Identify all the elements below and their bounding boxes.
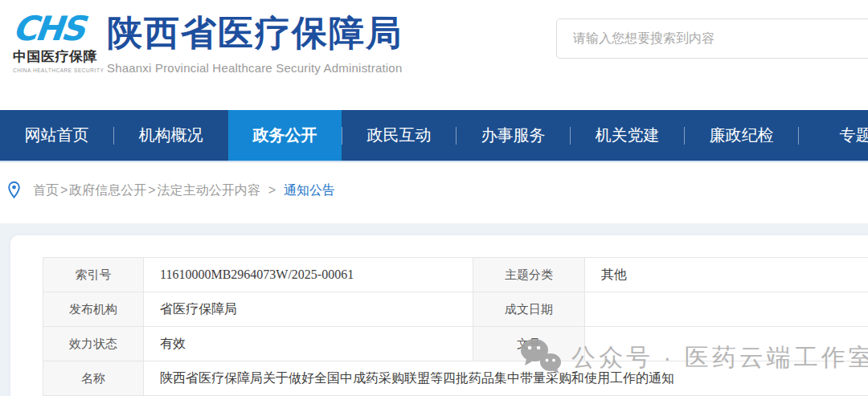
main-nav: 网站首页 机构概况 政务公开 政民互动 办事服务 机关党建 廉政纪检 专题 [0,110,868,162]
validity-status-label: 效力状态 [43,327,144,361]
breadcrumb-gov-info[interactable]: 政府信息公开 [69,182,146,199]
breadcrumb-separator: > [60,183,68,198]
site-title-chinese: 陕西省医疗保障局 [107,10,403,57]
document-meta-table: 索引号 11610000MB2964073W/2025-00061 主题分类 其… [43,257,868,396]
nav-item-discipline[interactable]: 廉政纪检 [685,110,798,161]
chs-logo-acronym: CHS [11,13,103,45]
topic-category-value: 其他 [585,258,868,292]
nav-item-public-interaction[interactable]: 政民互动 [342,110,456,161]
doc-number-label: 文号 [473,327,585,361]
breadcrumb-separator: > [148,183,155,198]
nav-item-party-building[interactable]: 机关党建 [571,110,684,161]
doc-title-value: 陕西省医疗保障局关于做好全国中成药采购联盟等四批药品集中带量采购和使用工作的通知 [144,361,868,396]
site-title: 陕西省医疗保障局 Shaanxi Provincial Healthcare S… [107,10,403,75]
site-header: CHS 中国医疗保障 CHINA HEALTHCARE SECURITY 陕西省… [0,0,868,110]
issue-date-value [585,292,868,327]
chs-logo-chinese: 中国医疗保障 [13,47,101,66]
table-row: 效力状态 有效 文号 [43,327,868,361]
chs-logo-english: CHINA HEALTHCARE SECURITY [13,67,101,73]
issuing-agency-value: 省医疗保障局 [144,292,473,327]
index-number-label: 索引号 [43,258,144,292]
issuing-agency-label: 发布机构 [43,292,144,327]
chs-logo: CHS 中国医疗保障 CHINA HEALTHCARE SECURITY [13,13,101,73]
nav-item-gov-disclosure[interactable]: 政务公开 [228,110,342,161]
topic-category-label: 主题分类 [473,258,585,292]
table-row: 索引号 11610000MB2964073W/2025-00061 主题分类 其… [43,258,868,292]
breadcrumb-statutory-disclosure[interactable]: 法定主动公开内容 [158,182,260,199]
nav-item-overview[interactable]: 机构概况 [114,110,227,161]
breadcrumb-notices-current[interactable]: 通知公告 [284,182,335,199]
table-row: 发布机构 省医疗保障局 成文日期 [43,292,868,327]
doc-title-label: 名称 [43,361,144,396]
search-box [556,18,868,59]
nav-item-special-topics[interactable]: 专题 [799,110,868,161]
breadcrumb-home[interactable]: 首页 [33,182,59,199]
validity-status-value: 有效 [144,327,473,361]
doc-number-value [585,327,868,361]
index-number-value: 11610000MB2964073W/2025-00061 [144,258,473,292]
breadcrumb: 首页 > 政府信息公开 > 法定主动公开内容 > 通知公告 [0,174,868,207]
location-pin-icon [6,181,22,200]
breadcrumb-separator: > [268,183,276,198]
nav-item-home[interactable]: 网站首页 [0,110,113,161]
issue-date-label: 成文日期 [473,292,585,327]
table-row: 名称 陕西省医疗保障局关于做好全国中成药采购联盟等四批药品集中带量采购和使用工作… [43,361,868,396]
site-title-english: Shaanxi Provincial Healthcare Security A… [107,61,403,75]
search-input[interactable] [557,19,868,58]
nav-item-services[interactable]: 办事服务 [457,110,570,161]
